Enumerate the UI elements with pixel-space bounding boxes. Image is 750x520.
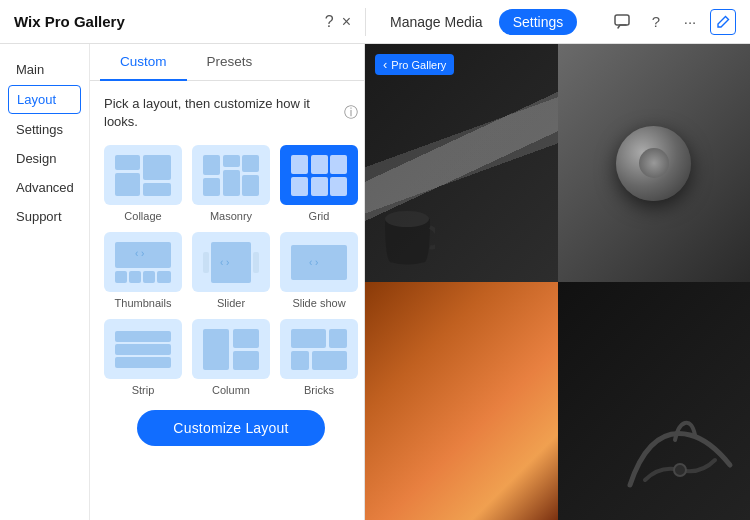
customize-layout-button[interactable]: Customize Layout [137,410,324,446]
sidebar-item-main[interactable]: Main [8,56,81,83]
svg-rect-37 [291,351,309,370]
content-area: Custom Presets Pick a layout, then custo… [90,44,372,520]
sidebar-item-settings[interactable]: Settings [8,116,81,143]
svg-rect-22 [157,271,171,283]
layout-item-masonry[interactable]: Masonry [192,145,270,222]
svg-rect-35 [291,329,326,348]
cell3-bg [365,282,558,520]
layout-item-grid[interactable]: Grid [280,145,358,222]
help-icon[interactable]: ? [325,13,334,31]
layout-item-slideshow[interactable]: ‹ › Slide show [280,232,358,309]
svg-rect-24 [203,252,209,273]
layout-area: Pick a layout, then customize how it loo… [90,81,372,520]
svg-rect-36 [329,329,347,348]
svg-rect-30 [115,344,171,355]
collage-thumb [104,145,182,205]
svg-rect-6 [223,155,240,167]
svg-rect-12 [311,155,328,174]
svg-text:‹ ›: ‹ › [220,257,229,268]
layout-item-slider[interactable]: ‹ › Slider [192,232,270,309]
slider-thumb: ‹ › [192,232,270,292]
svg-rect-7 [242,155,259,172]
top-bar-right: Manage Media Settings ? ··· [365,8,750,36]
cell2-bg [558,44,751,282]
layout-item-strip[interactable]: Strip [104,319,182,396]
cell4-bg [558,282,751,520]
svg-text:‹ ›: ‹ › [135,248,144,259]
masonry-thumb [192,145,270,205]
settings-button[interactable]: Settings [499,9,578,35]
app-title: Wix Pro Gallery [14,13,317,30]
manage-media-button[interactable]: Manage Media [380,9,493,35]
svg-rect-20 [129,271,141,283]
svg-rect-4 [143,183,171,196]
svg-point-41 [674,464,686,476]
svg-rect-8 [203,178,220,196]
svg-rect-2 [143,155,171,180]
svg-rect-34 [233,351,259,370]
slideshow-label: Slide show [292,297,345,309]
gallery-grid [365,44,750,520]
svg-rect-10 [242,175,259,196]
layout-item-collage[interactable]: Collage [104,145,182,222]
svg-rect-9 [223,170,240,196]
svg-rect-16 [330,177,347,196]
svg-rect-5 [203,155,220,175]
close-icon[interactable]: × [342,13,351,31]
layout-item-thumbnails[interactable]: ‹ › Thumbnails [104,232,182,309]
left-inner: Main Layout Settings Design Advanced Sup… [0,44,364,520]
cell1-bg [365,44,558,282]
thumbnails-thumb: ‹ › [104,232,182,292]
grid-label: Grid [309,210,330,222]
svg-text:‹ ›: ‹ › [309,257,318,268]
svg-rect-31 [115,357,171,368]
svg-rect-15 [311,177,328,196]
tabs: Custom Presets [90,44,372,81]
layout-item-bricks[interactable]: Bricks [280,319,358,396]
svg-rect-19 [115,271,127,283]
info-icon[interactable]: ⓘ [344,103,358,123]
edit-icon[interactable] [710,9,736,35]
svg-rect-3 [115,173,140,196]
collage-label: Collage [124,210,161,222]
thumbnails-label: Thumbnails [115,297,172,309]
svg-rect-27 [291,245,347,280]
layout-item-column[interactable]: Column [192,319,270,396]
top-bar: Wix Pro Gallery ? × Manage Media Setting… [0,0,750,44]
top-help-icon[interactable]: ? [642,8,670,36]
svg-rect-32 [203,329,229,370]
sidebar-item-design[interactable]: Design [8,145,81,172]
strip-thumb [104,319,182,379]
more-icon[interactable]: ··· [676,8,704,36]
nav-sidebar: Main Layout Settings Design Advanced Sup… [0,44,90,520]
svg-rect-0 [615,15,629,25]
sidebar-item-advanced[interactable]: Advanced [8,174,81,201]
gallery-cell-1 [365,44,558,282]
top-bar-left: Wix Pro Gallery ? × [0,13,365,31]
strip-label: Strip [132,384,155,396]
svg-rect-38 [312,351,347,370]
tab-custom[interactable]: Custom [100,44,187,81]
tab-presets[interactable]: Presets [187,44,273,81]
left-panel: Main Layout Settings Design Advanced Sup… [0,44,365,520]
svg-rect-25 [253,252,259,273]
masonry-label: Masonry [210,210,252,222]
top-bar-actions: ? ··· [608,8,736,36]
slideshow-thumb: ‹ › [280,232,358,292]
comment-icon[interactable] [608,8,636,36]
main-content: Main Layout Settings Design Advanced Sup… [0,44,750,520]
right-panel: Pro Gallery [365,44,750,520]
svg-rect-14 [291,177,308,196]
svg-rect-1 [115,155,140,170]
layout-description: Pick a layout, then customize how it loo… [104,95,358,131]
svg-rect-33 [233,329,259,348]
svg-rect-29 [115,331,171,342]
sidebar-item-support[interactable]: Support [8,203,81,230]
gallery-cell-3 [365,282,558,520]
svg-rect-13 [330,155,347,174]
column-thumb [192,319,270,379]
sidebar-item-layout[interactable]: Layout [8,85,81,114]
bricks-label: Bricks [304,384,334,396]
pro-gallery-badge[interactable]: Pro Gallery [375,54,454,75]
gallery-cell-2 [558,44,751,282]
